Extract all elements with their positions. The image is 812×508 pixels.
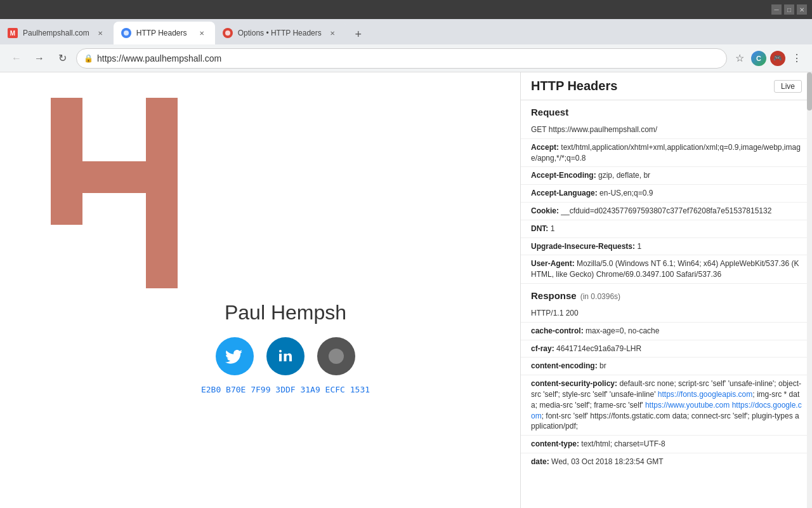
- tab-paulhempshall[interactable]: M Paulhempshall.com ✕: [0, 22, 114, 44]
- cache-control-header-value: max-age=0, no-cache: [586, 326, 659, 335]
- logo-cell: [114, 161, 146, 193]
- date-header-name: date:: [531, 457, 549, 466]
- tab-favicon-http-headers: [121, 28, 131, 38]
- cache-control-header-row: cache-control: max-age=0, no-cache: [521, 323, 812, 340]
- accept-header-row: Accept: text/html,application/xhtml+xml,…: [521, 139, 812, 168]
- maximize-button[interactable]: □: [784, 4, 794, 15]
- logo-cell: [146, 193, 178, 225]
- request-url-row: GET https://www.paulhempshall.com/: [521, 121, 812, 139]
- close-button[interactable]: ✕: [797, 4, 807, 15]
- svg-point-1: [225, 30, 230, 36]
- svg-point-0: [124, 30, 129, 36]
- content-encoding-header-value: br: [599, 361, 606, 370]
- cf-ray-header-row: cf-ray: 4641714ec91a6a79-LHR: [521, 340, 812, 358]
- logo-cell: [51, 257, 82, 288]
- cookie-header-name: Cookie:: [531, 206, 559, 215]
- tab-close-paulhempshall[interactable]: ✕: [95, 27, 106, 39]
- scrollbar[interactable]: [807, 72, 812, 508]
- date-header-row: date: Wed, 03 Oct 2018 18:23:54 GMT: [521, 453, 812, 471]
- logo-cell: [82, 225, 114, 257]
- accept-language-header-name: Accept-Language:: [531, 189, 598, 197]
- content-encoding-header-name: content-encoding:: [531, 361, 598, 370]
- back-button[interactable]: ←: [8, 50, 25, 67]
- cf-ray-header-value: 4641714ec91a6a79-LHR: [556, 344, 641, 353]
- upgrade-header-value: 1: [637, 242, 641, 251]
- main-content: Paul Hempsh E2B0 B70E 7F99 3DDF 31A9 ECF…: [0, 72, 812, 508]
- star-icon[interactable]: ☆: [732, 51, 747, 66]
- lock-icon: 🔒: [84, 54, 93, 63]
- logo-cell: [114, 98, 146, 130]
- logo-cell: [146, 161, 178, 193]
- site-name: Paul Hempsh: [51, 301, 520, 324]
- logo-cell: [146, 98, 178, 130]
- tab-label-http-headers: HTTP Headers: [136, 29, 191, 37]
- tab-close-http-headers[interactable]: ✕: [196, 27, 207, 39]
- forward-button[interactable]: →: [30, 50, 48, 67]
- address-bar: ← → ↻ 🔒 https://www.paulhempshall.com ☆ …: [0, 44, 812, 72]
- content-type-header-row: content-type: text/html; charset=UTF-8: [521, 436, 812, 453]
- content-type-header-value: text/html; charset=UTF-8: [581, 439, 665, 448]
- response-time: (in 0.0396s): [580, 292, 620, 301]
- accept-encoding-header-row: Accept-Encoding: gzip, deflate, br: [521, 167, 812, 185]
- tab-label-paulhempshall: Paulhempshall.com: [23, 29, 89, 37]
- content-type-header-name: content-type:: [531, 439, 579, 448]
- logo-cell: [82, 161, 114, 193]
- logo-cell: [114, 130, 146, 161]
- accept-header-name: Accept:: [531, 143, 559, 152]
- logo-cell: [82, 130, 114, 161]
- accept-encoding-header-name: Accept-Encoding:: [531, 171, 596, 180]
- headers-panel: HTTP Headers Live Request GET https://ww…: [520, 72, 812, 508]
- linkedin-icon[interactable]: [266, 337, 304, 375]
- csp-header-row: content-security-policy: default-src non…: [521, 375, 812, 436]
- panel-title: HTTP Headers: [531, 79, 617, 93]
- site-content: Paul Hempsh E2B0 B70E 7F99 3DDF 31A9 ECF…: [0, 72, 520, 394]
- logo-cell: [51, 130, 82, 161]
- accept-language-header-value: en-US,en;q=0.9: [599, 189, 653, 197]
- panel-body[interactable]: Request GET https://www.paulhempshall.co…: [521, 100, 812, 508]
- reload-button[interactable]: ↻: [53, 50, 71, 67]
- live-button[interactable]: Live: [774, 80, 802, 93]
- content-encoding-header-row: content-encoding: br: [521, 358, 812, 375]
- address-input[interactable]: https://www.paulhempshall.com: [76, 48, 727, 69]
- tab-label-options: Options • HTTP Headers: [238, 29, 322, 37]
- tab-favicon-options: [223, 28, 233, 38]
- upgrade-header-name: Upgrade-Insecure-Requests:: [531, 242, 635, 251]
- minimize-button[interactable]: ─: [771, 4, 782, 15]
- address-icons: ☆ C 🎮 ⋮: [732, 51, 804, 66]
- dnt-header-value: 1: [551, 224, 555, 233]
- twitter-icon[interactable]: [216, 337, 254, 375]
- tab-options-headers[interactable]: Options • HTTP Headers ✕: [215, 22, 346, 44]
- menu-icon[interactable]: ⋮: [789, 51, 804, 66]
- fingerprint-text: E2B0 B70E 7F99 3DDF 31A9 ECFC 1531: [51, 385, 520, 394]
- tab-bar: M Paulhempshall.com ✕ HTTP Headers ✕ Opt…: [0, 19, 812, 44]
- additional-icon[interactable]: [317, 337, 355, 375]
- svg-point-2: [329, 349, 344, 364]
- logo-cell: [114, 257, 146, 288]
- social-icons: [51, 337, 520, 375]
- logo-cell: [82, 257, 114, 288]
- new-tab-button[interactable]: +: [348, 24, 369, 44]
- dnt-header-row: DNT: 1: [521, 220, 812, 238]
- dnt-header-name: DNT:: [531, 224, 548, 233]
- csp-header-name: content-security-policy:: [531, 379, 617, 388]
- logo-cell: [51, 161, 82, 193]
- logo-cell: [146, 225, 178, 257]
- tab-favicon-paulhempshall: M: [8, 28, 18, 38]
- title-bar: ─ □ ✕: [0, 0, 812, 19]
- cf-ray-header-name: cf-ray:: [531, 344, 554, 353]
- address-input-wrapper: 🔒 https://www.paulhempshall.com: [76, 48, 727, 69]
- response-status-row: HTTP/1.1 200: [521, 305, 812, 323]
- accept-header-value: text/html,application/xhtml+xml,applicat…: [531, 143, 801, 163]
- accept-encoding-header-value: gzip, deflate, br: [598, 171, 650, 180]
- logo-cell: [51, 98, 82, 130]
- cookie-header-row: Cookie: __cfduid=d0243577697593807c377ef…: [521, 203, 812, 220]
- website-area: Paul Hempsh E2B0 B70E 7F99 3DDF 31A9 ECF…: [0, 72, 520, 508]
- user-agent-header-row: User-Agent: Mozilla/5.0 (Windows NT 6.1;…: [521, 255, 812, 284]
- tab-close-options[interactable]: ✕: [327, 27, 338, 39]
- logo-cell: [114, 225, 146, 257]
- upgrade-header-row: Upgrade-Insecure-Requests: 1: [521, 238, 812, 256]
- tab-http-headers[interactable]: HTTP Headers ✕: [114, 22, 215, 44]
- chrome-extension-icon[interactable]: C: [751, 51, 766, 66]
- game-controller-icon[interactable]: 🎮: [770, 51, 785, 66]
- scroll-thumb[interactable]: [807, 72, 812, 110]
